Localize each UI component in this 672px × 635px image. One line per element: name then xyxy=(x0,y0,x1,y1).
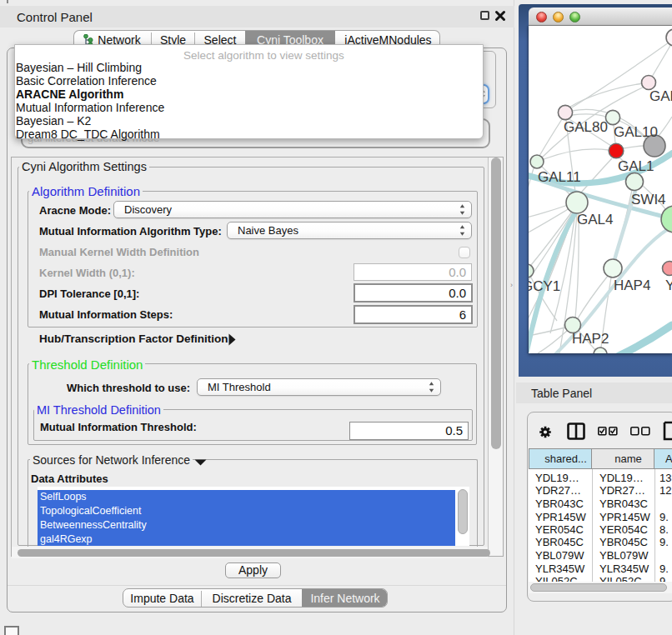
svg-text:GAL4: GAL4 xyxy=(577,212,613,228)
svg-text:GAL11: GAL11 xyxy=(538,169,581,185)
svg-text:HAP4: HAP4 xyxy=(614,278,650,293)
svg-text:GAL10: GAL10 xyxy=(614,124,658,140)
svg-text:Y: Y xyxy=(665,278,672,293)
svg-text:GAL: GAL xyxy=(649,88,672,104)
svg-text:GAL1: GAL1 xyxy=(618,158,654,174)
svg-text:GAL80: GAL80 xyxy=(564,119,608,135)
svg-text:GCY1: GCY1 xyxy=(529,278,560,294)
svg-text:SWI4: SWI4 xyxy=(631,192,666,208)
svg-text:HAP2: HAP2 xyxy=(572,331,609,347)
